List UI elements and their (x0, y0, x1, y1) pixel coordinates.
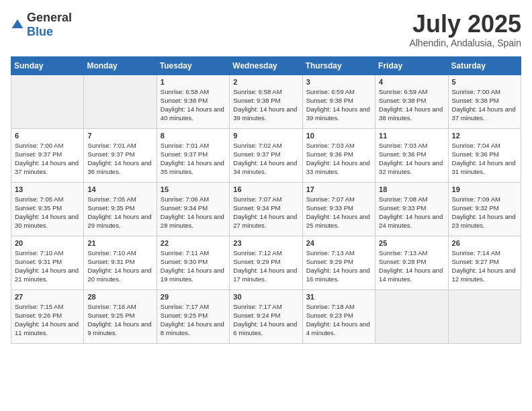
sunset-text: Sunset: 9:31 PM (87, 258, 134, 265)
day-number: 16 (233, 185, 298, 193)
day-number: 28 (87, 293, 152, 301)
calendar-day-cell (375, 289, 448, 343)
calendar-day-cell: 17 Sunrise: 7:07 AM Sunset: 9:33 PM Dayl… (302, 182, 375, 236)
day-info: Sunrise: 7:16 AM Sunset: 9:25 PM Dayligh… (87, 302, 152, 338)
daylight-text: Daylight: 14 hours and 9 minutes. (87, 320, 151, 336)
title-block: July 2025 Alhendin, Andalusia, Spain (409, 11, 521, 48)
sunrise-text: Sunrise: 6:58 AM (161, 88, 209, 95)
calendar-day-cell: 12 Sunrise: 7:04 AM Sunset: 9:36 PM Dayl… (448, 128, 521, 182)
sunrise-text: Sunrise: 7:18 AM (306, 303, 355, 310)
calendar-header: SundayMondayTuesdayWednesdayThursdayFrid… (11, 56, 521, 75)
day-number: 31 (306, 293, 371, 301)
sunrise-text: Sunrise: 7:11 AM (161, 249, 209, 257)
day-number: 22 (161, 239, 226, 247)
sunset-text: Sunset: 9:24 PM (233, 312, 280, 319)
day-number: 10 (306, 132, 371, 140)
logo: General Blue (11, 11, 72, 39)
sunrise-text: Sunrise: 7:07 AM (233, 195, 281, 203)
sunset-text: Sunset: 9:34 PM (161, 204, 208, 212)
daylight-text: Daylight: 14 hours and 20 minutes. (87, 267, 151, 283)
sunset-text: Sunset: 9:38 PM (161, 97, 208, 104)
calendar-day-cell: 8 Sunrise: 7:01 AM Sunset: 9:37 PM Dayli… (157, 128, 229, 182)
sunset-text: Sunset: 9:23 PM (306, 312, 353, 319)
sunset-text: Sunset: 9:26 PM (15, 312, 62, 319)
day-number: 25 (379, 239, 444, 247)
calendar-day-cell: 6 Sunrise: 7:00 AM Sunset: 9:37 PM Dayli… (11, 128, 84, 182)
sunrise-text: Sunrise: 7:16 AM (87, 303, 136, 310)
sunset-text: Sunset: 9:36 PM (306, 150, 353, 158)
day-number: 14 (87, 185, 152, 193)
sunset-text: Sunset: 9:37 PM (161, 150, 208, 158)
day-number: 2 (233, 78, 298, 86)
sunrise-text: Sunrise: 7:00 AM (452, 88, 500, 95)
day-number: 3 (306, 78, 371, 86)
sunset-text: Sunset: 9:38 PM (452, 97, 499, 104)
daylight-text: Daylight: 14 hours and 6 minutes. (233, 320, 297, 336)
daylight-text: Daylight: 14 hours and 23 minutes. (452, 213, 516, 229)
sunrise-text: Sunrise: 7:01 AM (161, 142, 209, 149)
sunrise-text: Sunrise: 7:13 AM (379, 249, 427, 257)
calendar-day-cell: 10 Sunrise: 7:03 AM Sunset: 9:36 PM Dayl… (302, 128, 375, 182)
daylight-text: Daylight: 14 hours and 32 minutes. (379, 159, 443, 175)
sunset-text: Sunset: 9:33 PM (379, 204, 426, 212)
sunrise-text: Sunrise: 7:10 AM (15, 249, 63, 257)
sunset-text: Sunset: 9:35 PM (15, 204, 62, 212)
calendar-day-cell: 16 Sunrise: 7:07 AM Sunset: 9:34 PM Dayl… (230, 182, 302, 236)
calendar-day-cell: 11 Sunrise: 7:03 AM Sunset: 9:36 PM Dayl… (375, 128, 448, 182)
logo-blue: Blue (27, 25, 53, 38)
calendar-day-cell (11, 75, 84, 128)
calendar-day-cell: 15 Sunrise: 7:06 AM Sunset: 9:34 PM Dayl… (157, 182, 229, 236)
daylight-text: Daylight: 14 hours and 24 minutes. (379, 213, 443, 229)
page-header: General Blue July 2025 Alhendin, Andalus… (11, 11, 521, 48)
daylight-text: Daylight: 14 hours and 17 minutes. (233, 267, 297, 283)
calendar-day-cell: 20 Sunrise: 7:10 AM Sunset: 9:31 PM Dayl… (11, 236, 84, 289)
calendar-day-cell: 18 Sunrise: 7:08 AM Sunset: 9:33 PM Dayl… (375, 182, 448, 236)
daylight-text: Daylight: 14 hours and 11 minutes. (15, 320, 79, 336)
calendar-day-cell (84, 75, 157, 128)
sunrise-text: Sunrise: 7:00 AM (15, 142, 63, 149)
day-number: 12 (452, 132, 517, 140)
sunrise-text: Sunrise: 7:04 AM (452, 142, 500, 149)
sunset-text: Sunset: 9:34 PM (233, 204, 280, 212)
calendar-day-cell: 28 Sunrise: 7:16 AM Sunset: 9:25 PM Dayl… (84, 289, 157, 343)
calendar-day-cell: 29 Sunrise: 7:17 AM Sunset: 9:25 PM Dayl… (157, 289, 229, 343)
sunset-text: Sunset: 9:37 PM (87, 150, 134, 158)
calendar-day-cell: 24 Sunrise: 7:13 AM Sunset: 9:29 PM Dayl… (302, 236, 375, 289)
sunrise-text: Sunrise: 6:59 AM (306, 88, 355, 95)
weekday-header: Sunday (11, 56, 84, 75)
day-info: Sunrise: 7:00 AM Sunset: 9:38 PM Dayligh… (452, 87, 517, 123)
calendar-day-cell: 2 Sunrise: 6:58 AM Sunset: 9:38 PM Dayli… (230, 75, 302, 128)
day-info: Sunrise: 7:00 AM Sunset: 9:37 PM Dayligh… (15, 141, 80, 177)
daylight-text: Daylight: 14 hours and 4 minutes. (306, 320, 370, 336)
sunrise-text: Sunrise: 7:13 AM (306, 249, 355, 257)
sunrise-text: Sunrise: 6:58 AM (233, 88, 281, 95)
day-number: 13 (15, 185, 80, 193)
sunrise-text: Sunrise: 6:59 AM (379, 88, 427, 95)
sunset-text: Sunset: 9:38 PM (233, 97, 280, 104)
calendar-body: 1 Sunrise: 6:58 AM Sunset: 9:38 PM Dayli… (11, 75, 521, 343)
day-info: Sunrise: 7:08 AM Sunset: 9:33 PM Dayligh… (379, 195, 444, 230)
sunset-text: Sunset: 9:25 PM (161, 312, 208, 319)
day-info: Sunrise: 7:07 AM Sunset: 9:33 PM Dayligh… (306, 195, 371, 230)
day-info: Sunrise: 7:10 AM Sunset: 9:31 PM Dayligh… (87, 248, 152, 284)
day-info: Sunrise: 7:03 AM Sunset: 9:36 PM Dayligh… (379, 141, 444, 177)
daylight-text: Daylight: 14 hours and 34 minutes. (233, 159, 297, 175)
calendar-day-cell: 26 Sunrise: 7:14 AM Sunset: 9:27 PM Dayl… (448, 236, 521, 289)
sunset-text: Sunset: 9:31 PM (15, 258, 62, 265)
day-number: 5 (452, 78, 517, 86)
day-number: 20 (15, 239, 80, 247)
day-info: Sunrise: 7:05 AM Sunset: 9:35 PM Dayligh… (87, 195, 152, 230)
day-number: 19 (452, 185, 517, 193)
day-number: 9 (233, 132, 298, 140)
day-info: Sunrise: 7:01 AM Sunset: 9:37 PM Dayligh… (87, 141, 152, 177)
calendar-day-cell: 13 Sunrise: 7:05 AM Sunset: 9:35 PM Dayl… (11, 182, 84, 236)
day-info: Sunrise: 7:10 AM Sunset: 9:31 PM Dayligh… (15, 248, 80, 284)
sunrise-text: Sunrise: 7:09 AM (452, 195, 500, 203)
sunset-text: Sunset: 9:29 PM (306, 258, 353, 265)
day-info: Sunrise: 7:13 AM Sunset: 9:28 PM Dayligh… (379, 248, 444, 284)
calendar-week-row: 6 Sunrise: 7:00 AM Sunset: 9:37 PM Dayli… (11, 128, 521, 182)
calendar-day-cell: 4 Sunrise: 6:59 AM Sunset: 9:38 PM Dayli… (375, 75, 448, 128)
sunset-text: Sunset: 9:38 PM (379, 97, 426, 104)
calendar-day-cell: 30 Sunrise: 7:17 AM Sunset: 9:24 PM Dayl… (230, 289, 302, 343)
svg-marker-0 (12, 19, 24, 28)
